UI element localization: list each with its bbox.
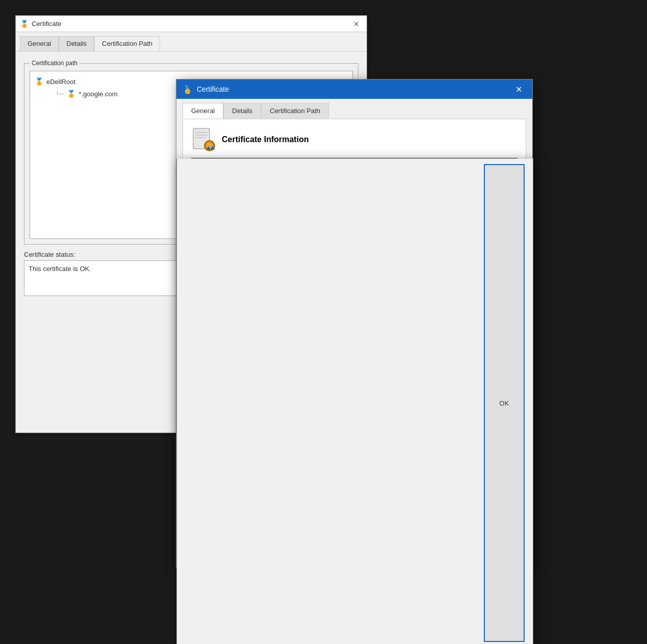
cert-info-header: Certificate Information: [191, 127, 517, 158]
bg-status-text: This certificate is OK.: [29, 265, 91, 273]
bg-titlebar-left: 🏅 Certificate: [20, 20, 62, 28]
bg-cert-icon-child: 🏅: [67, 89, 76, 98]
fg-tab-details[interactable]: Details: [223, 103, 261, 119]
fg-footer: OK: [176, 158, 533, 644]
fg-tab-general[interactable]: General: [183, 103, 223, 119]
foreground-certificate-window: 🏅 Certificate ✕ General Details Certific…: [176, 79, 533, 568]
fg-window-title: Certificate: [197, 85, 229, 93]
bg-tabs: General Details Certification Path: [16, 32, 367, 51]
bg-tree-label-root: eDellRoot: [46, 78, 75, 86]
fg-titlebar: 🏅 Certificate ✕: [176, 79, 532, 99]
bg-tree-line: └─: [56, 91, 64, 97]
bg-cert-path-legend: Certification path: [30, 60, 80, 67]
ok-button[interactable]: OK: [484, 164, 525, 642]
fg-close-button[interactable]: ✕: [511, 82, 526, 97]
bg-tab-certification-path[interactable]: Certification Path: [94, 36, 160, 51]
cert-big-icon: [191, 127, 216, 152]
bg-window-title: Certificate: [32, 20, 62, 28]
bg-titlebar: 🏅 Certificate ✕: [16, 16, 367, 32]
bg-tab-general[interactable]: General: [20, 36, 59, 51]
bg-cert-icon-root: 🏅: [34, 77, 43, 86]
bg-tree-label-child: *.google.com: [79, 90, 118, 98]
bg-close-button[interactable]: ✕: [350, 18, 363, 30]
bg-cert-icon: 🏅: [20, 20, 29, 28]
fg-tabs: General Details Certification Path: [176, 99, 532, 119]
cert-info-title: Certificate Information: [222, 135, 309, 144]
fg-titlebar-left: 🏅 Certificate: [183, 85, 229, 94]
fg-cert-icon: 🏅: [183, 85, 193, 94]
fg-tab-certification-path[interactable]: Certification Path: [261, 103, 329, 119]
bg-tab-details[interactable]: Details: [59, 36, 94, 51]
